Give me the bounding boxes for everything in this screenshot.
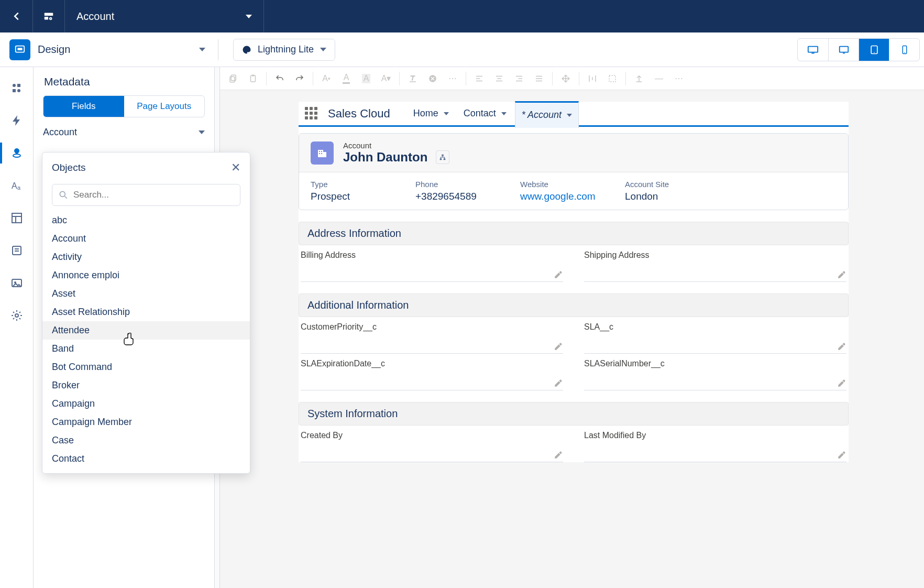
app-launcher-icon[interactable] (305, 107, 318, 121)
back-button[interactable] (0, 0, 32, 32)
object-list-item[interactable]: Campaign (42, 395, 250, 413)
tb-overflow[interactable]: ⋯ (670, 70, 688, 88)
svg-rect-29 (231, 75, 236, 81)
object-list-item[interactable]: Activity (42, 248, 250, 266)
detail-section: Address InformationBilling AddressShippi… (299, 222, 849, 282)
svg-point-28 (15, 314, 18, 317)
highlight-field: Phone+3829654589 (415, 180, 499, 202)
tb-clear-format[interactable] (404, 70, 422, 88)
tb-undo[interactable] (271, 70, 289, 88)
viewport-tablet[interactable] (859, 39, 889, 61)
viewport-desktop[interactable] (828, 39, 859, 61)
account-icon (311, 141, 334, 165)
object-list-item[interactable]: Campaign Member (42, 413, 250, 431)
viewport-phone[interactable] (889, 39, 919, 61)
field-slot[interactable]: CustomerPriority__c (301, 322, 563, 354)
svg-rect-59 (321, 153, 322, 154)
objects-search-input[interactable] (52, 184, 240, 206)
tb-align-justify[interactable] (530, 70, 548, 88)
object-list-item[interactable]: Case (42, 431, 250, 450)
field-slot[interactable]: Last Modified By (584, 431, 846, 462)
highlight-field: Account SiteLondon (625, 180, 709, 202)
rail-typography[interactable]: Aa (0, 171, 34, 200)
rail-settings[interactable] (0, 301, 34, 330)
svg-rect-20 (12, 213, 21, 223)
tb-font-color[interactable]: A (337, 70, 355, 88)
object-list-item[interactable]: Annonce emploi (42, 266, 250, 285)
tb-copy[interactable] (224, 70, 242, 88)
object-list-item[interactable]: Broker (42, 376, 250, 395)
rail-layout[interactable] (0, 203, 34, 233)
tb-redo[interactable] (291, 70, 309, 88)
field-slot[interactable]: SLAExpirationDate__c (301, 359, 563, 390)
tb-bring-front[interactable] (630, 70, 648, 88)
objects-list: abcAccountActivityAnnonce emploiAssetAss… (42, 211, 250, 468)
tb-highlight[interactable]: A (357, 70, 375, 88)
tb-move[interactable] (557, 70, 575, 88)
theme-picker[interactable]: Lightning Lite (233, 39, 335, 61)
field-slot[interactable]: Created By (301, 431, 563, 462)
close-icon[interactable]: ✕ (231, 161, 240, 175)
preview-tab[interactable]: Contact (457, 101, 513, 126)
highlight-field: TypeProspect (311, 180, 394, 202)
object-selector[interactable]: Account (43, 127, 205, 138)
page-preview: Sales Cloud HomeContact* Account Account… (299, 102, 849, 462)
object-list-item[interactable]: Account (42, 230, 250, 248)
field-slot[interactable]: Billing Address (301, 251, 563, 282)
svg-point-63 (60, 191, 65, 197)
object-list-item[interactable]: Bot Command (42, 358, 250, 376)
object-list-item[interactable]: Asset (42, 285, 250, 303)
tb-distribute[interactable] (584, 70, 601, 88)
rail-components[interactable] (0, 73, 34, 103)
rail-data[interactable] (0, 138, 34, 168)
tb-font-family[interactable]: A▾ (377, 70, 395, 88)
highlight-field: Websitewww.google.com (520, 180, 604, 202)
preview-tabs: Sales Cloud HomeContact* Account (299, 102, 849, 127)
rail-media[interactable] (0, 268, 34, 298)
tb-remove[interactable]: — (650, 70, 668, 88)
svg-rect-4 (17, 48, 22, 50)
tb-paste[interactable] (244, 70, 262, 88)
tb-delete[interactable] (424, 70, 442, 88)
object-list-item[interactable]: Contact (42, 450, 250, 468)
object-list-item[interactable]: Asset Relationship (42, 303, 250, 321)
search-icon (58, 190, 69, 200)
tb-align-right[interactable] (510, 70, 528, 88)
svg-rect-52 (609, 75, 615, 82)
svg-rect-60 (442, 155, 444, 156)
viewport-desktop-wide[interactable] (798, 39, 828, 61)
object-dropdown[interactable]: Account (65, 0, 264, 32)
chevron-down-icon (199, 48, 205, 51)
canvas-area: A▾ A A A▾ ⋯ — ⋯ (220, 67, 924, 588)
object-list-item[interactable]: Band (42, 340, 250, 358)
tab-fields[interactable]: Fields (43, 96, 124, 117)
tb-font-size[interactable]: A▾ (317, 70, 335, 88)
tab-page-layouts[interactable]: Page Layouts (124, 96, 205, 117)
object-list-item[interactable]: abc (42, 211, 250, 230)
object-list-item[interactable]: Attendee (42, 321, 250, 340)
mode-selector[interactable]: Design (0, 39, 215, 60)
field-slot[interactable]: Shipping Address (584, 251, 846, 282)
design-bar: Design Lightning Lite (0, 32, 924, 67)
svg-rect-62 (444, 158, 446, 160)
detail-section: System InformationCreated ByLast Modifie… (299, 402, 849, 462)
preview-tab[interactable]: Home (407, 101, 455, 126)
field-slot[interactable]: SLASerialNumber__c (584, 359, 846, 390)
chevron-down-icon (199, 130, 205, 134)
svg-rect-15 (13, 89, 16, 92)
tb-align-left[interactable] (470, 70, 488, 88)
tb-more[interactable]: ⋯ (444, 70, 461, 88)
preview-tab[interactable]: * Account (515, 101, 579, 128)
rail-actions[interactable] (0, 106, 34, 135)
tb-select[interactable] (603, 70, 621, 88)
svg-rect-58 (319, 153, 320, 154)
svg-rect-1 (45, 17, 48, 19)
field-slot[interactable]: SLA__c (584, 322, 846, 354)
tb-align-center[interactable] (490, 70, 508, 88)
svg-rect-14 (17, 84, 20, 87)
app-switcher-button[interactable] (32, 0, 65, 32)
hierarchy-button[interactable] (436, 150, 449, 164)
rail-content[interactable] (0, 236, 34, 265)
svg-rect-61 (440, 158, 442, 160)
svg-rect-30 (230, 77, 235, 82)
